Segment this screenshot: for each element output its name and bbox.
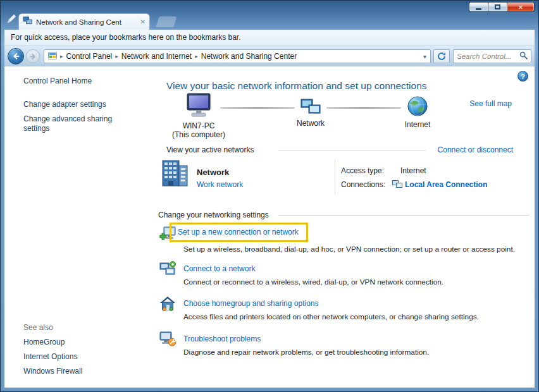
map-node-internet[interactable]: Internet (391, 95, 444, 129)
main-content: ? View your basic network information an… (143, 66, 535, 388)
search-input[interactable] (457, 52, 519, 60)
window-body: Control Panel Home Change adapter settin… (4, 66, 535, 388)
control-panel-icon (48, 52, 57, 61)
active-network-name: Network (197, 168, 229, 177)
map-node-network[interactable]: Network (283, 98, 338, 128)
minimize-icon (476, 8, 481, 10)
search-box[interactable] (453, 49, 531, 63)
internet-globe-icon (407, 110, 428, 119)
setting-troubleshoot-link[interactable]: Troubleshoot problems (183, 334, 261, 343)
forward-button[interactable] (26, 49, 40, 63)
setting-setup-new-connection-link[interactable]: Set up a new connection or network (178, 228, 299, 236)
map-network-name: Network (283, 119, 338, 128)
sidebar-see-also-label: See also (23, 323, 53, 332)
pen-icon (6, 13, 17, 27)
setting-homegroup-link[interactable]: Choose homegroup and sharing options (183, 299, 318, 308)
page-title: View your basic network information and … (166, 80, 427, 92)
connect-to-network-icon (159, 260, 177, 279)
section-rule (278, 215, 530, 216)
setting-homegroup-desc: Access files and printers located on oth… (183, 312, 479, 321)
network-favicon-icon (23, 16, 32, 28)
computer-icon (183, 111, 214, 120)
access-type-label: Access type: (341, 166, 384, 175)
maximize-button[interactable] (488, 2, 507, 12)
highlight-box: Set up a new connection or network (170, 223, 308, 242)
work-network-building-icon (158, 157, 191, 190)
address-dropdown-icon[interactable]: ▾ (423, 53, 426, 60)
homegroup-icon (159, 295, 177, 314)
troubleshoot-icon (159, 331, 177, 349)
setting-setup-new-connection-desc: Set up a wireless, broadband, dial-up, a… (183, 245, 515, 254)
bookmarks-bar: For quick access, place your bookmarks h… (4, 30, 535, 46)
see-full-map-link[interactable]: See full map (469, 99, 512, 108)
setting-troubleshoot-desc: Diagnose and repair network problems, or… (183, 348, 429, 357)
breadcrumb-separator[interactable]: ▸ (195, 53, 198, 59)
section-rule (278, 150, 426, 150)
map-computer-name: WIN7-PC (162, 121, 235, 130)
breadcrumb-control-panel[interactable]: Control Panel (66, 52, 113, 61)
access-type-value: Internet (400, 166, 426, 175)
breadcrumb-separator[interactable]: ▸ (60, 53, 63, 59)
connections-label: Connections: (341, 180, 385, 189)
sidebar: Control Panel Home Change adapter settin… (4, 66, 143, 388)
window-controls: ✕ (469, 2, 535, 12)
navigation-bar: ▸ Control Panel ▸ Network and Internet ▸… (4, 46, 535, 66)
lan-connection-icon (392, 180, 402, 190)
tab-title: Network and Sharing Cent (36, 18, 137, 26)
breadcrumb-network-sharing-center[interactable]: Network and Sharing Center (201, 52, 297, 61)
close-button[interactable]: ✕ (507, 2, 535, 12)
network-icon (300, 109, 321, 118)
tab-network-sharing-center[interactable]: Network and Sharing Cent ✕ (18, 13, 150, 30)
sidebar-item-internet-options[interactable]: Internet Options (23, 352, 77, 361)
map-connector-line (326, 107, 401, 109)
new-tab-button[interactable] (156, 16, 177, 27)
map-computer-sub: (This computer) (162, 130, 235, 139)
explorer-window: ✕ Network and Sharing Cent ✕ For quick a… (0, 0, 539, 392)
back-button[interactable] (8, 48, 24, 64)
setting-connect-to-network-desc: Connect or reconnect to a wireless, wire… (183, 278, 443, 286)
tab-bar: Network and Sharing Cent ✕ (4, 12, 535, 30)
map-internet-name: Internet (391, 120, 444, 129)
bookmarks-hint-text: For quick access, place your bookmarks h… (11, 33, 241, 42)
connect-or-disconnect-link[interactable]: Connect or disconnect (438, 145, 513, 154)
address-breadcrumb-bar[interactable]: ▸ Control Panel ▸ Network and Internet ▸… (44, 49, 431, 63)
work-network-link[interactable]: Work network (197, 180, 243, 189)
sidebar-item-windows-firewall[interactable]: Windows Firewall (23, 367, 82, 376)
minimize-button[interactable] (469, 2, 488, 12)
maximize-icon (495, 4, 500, 9)
sidebar-item-change-adapter-settings[interactable]: Change adapter settings (23, 100, 106, 109)
setting-connect-to-network-link[interactable]: Connect to a network (183, 264, 255, 273)
tab-close-icon[interactable]: ✕ (140, 18, 146, 25)
breadcrumb-network-and-internet[interactable]: Network and Internet (121, 52, 192, 61)
active-networks-heading: View your active networks (166, 145, 254, 154)
sidebar-item-change-advanced-sharing[interactable]: Change advanced sharing settings (23, 114, 125, 133)
column-divider (335, 160, 335, 194)
map-node-computer[interactable]: WIN7-PC (This computer) (162, 93, 235, 139)
change-settings-heading: Change your networking settings (158, 211, 269, 219)
titlebar[interactable]: ✕ (1, 1, 538, 13)
refresh-button[interactable] (433, 49, 450, 63)
search-icon (519, 51, 528, 62)
help-button[interactable]: ? (517, 71, 528, 82)
breadcrumb-separator[interactable]: ▸ (115, 53, 118, 59)
sidebar-item-homegroup[interactable]: HomeGroup (23, 338, 65, 346)
sidebar-item-control-panel-home[interactable]: Control Panel Home (23, 77, 92, 85)
close-icon: ✕ (518, 4, 523, 11)
local-area-connection-link[interactable]: Local Area Connection (405, 180, 487, 189)
